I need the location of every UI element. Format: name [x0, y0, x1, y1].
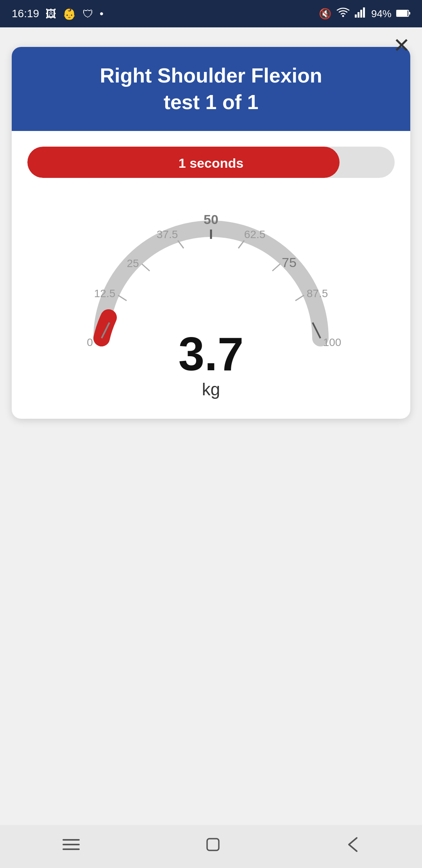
svg-line-14	[272, 264, 280, 271]
card-title: Right Shoulder Flexion test 1 of 1	[23, 63, 399, 115]
svg-rect-4	[363, 7, 365, 18]
main-content: ✕ Right Shoulder Flexion test 1 of 1 1 s…	[0, 27, 422, 825]
svg-rect-6	[397, 11, 408, 16]
svg-rect-3	[360, 10, 362, 18]
dot-icon: •	[100, 7, 104, 20]
gauge-svg: 0 12.5 25 37.5 50 62.5 75 87.5 100	[78, 205, 344, 354]
status-bar: 16:19 🖼 👶 🛡 • 🔇 94%	[0, 0, 422, 27]
card-header: Right Shoulder Flexion test 1 of 1	[12, 47, 410, 131]
svg-text:25: 25	[127, 257, 139, 269]
svg-text:0: 0	[87, 336, 93, 348]
nav-menu-icon[interactable]	[61, 837, 81, 856]
close-button[interactable]: ✕	[393, 35, 410, 56]
svg-text:50: 50	[204, 212, 218, 227]
card-title-line1: Right Shoulder Flexion	[100, 64, 322, 87]
svg-text:100: 100	[323, 336, 342, 348]
timer-bar: 1 seconds	[27, 147, 395, 178]
svg-text:75: 75	[282, 255, 297, 270]
svg-rect-2	[358, 12, 359, 18]
mute-icon: 🔇	[319, 8, 331, 20]
svg-line-13	[238, 240, 244, 248]
svg-rect-1	[355, 14, 357, 18]
svg-text:62.5: 62.5	[244, 228, 266, 240]
card-body: 1 seconds	[12, 131, 410, 419]
svg-text:37.5: 37.5	[157, 228, 178, 240]
shield-icon: 🛡	[82, 7, 93, 20]
svg-line-11	[178, 240, 184, 248]
svg-line-9	[118, 295, 127, 301]
nav-home-icon[interactable]	[204, 836, 222, 857]
svg-line-10	[142, 264, 150, 271]
status-left: 16:19 🖼 👶 🛡 •	[12, 7, 104, 20]
baby-icon: 👶	[63, 7, 76, 20]
test-card: Right Shoulder Flexion test 1 of 1 1 sec…	[12, 47, 410, 419]
svg-text:87.5: 87.5	[307, 287, 328, 299]
status-time: 16:19	[12, 7, 39, 20]
gauge-unit: kg	[202, 380, 220, 399]
svg-rect-7	[409, 12, 410, 14]
gauge-container: 0 12.5 25 37.5 50 62.5 75 87.5 100 3.7 k…	[27, 197, 395, 399]
card-title-line2: test 1 of 1	[164, 91, 259, 113]
battery-icon	[396, 8, 410, 20]
svg-rect-29	[207, 839, 219, 850]
svg-line-15	[295, 295, 304, 301]
status-right: 🔇 94%	[319, 7, 410, 20]
nav-back-icon[interactable]	[345, 836, 361, 857]
battery-text: 94%	[371, 8, 392, 20]
svg-point-0	[342, 15, 344, 17]
signal-icon	[355, 7, 367, 20]
svg-text:12.5: 12.5	[94, 287, 116, 299]
timer-label: 1 seconds	[179, 156, 243, 171]
wifi-icon	[336, 7, 350, 20]
gallery-icon: 🖼	[45, 7, 56, 20]
nav-bar	[0, 825, 422, 868]
